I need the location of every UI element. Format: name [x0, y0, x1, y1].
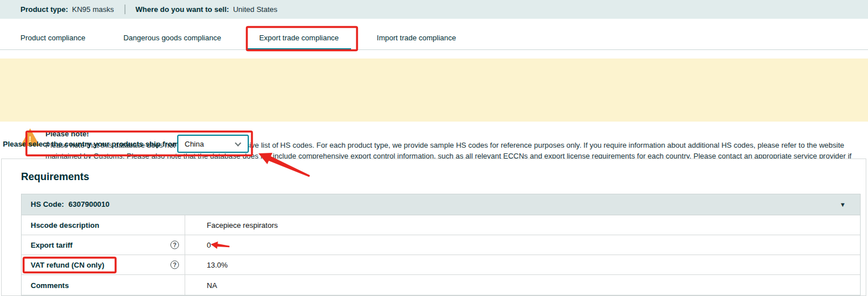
sell-destination-value: United States: [233, 5, 277, 14]
row-value: Facepiece respirators: [207, 221, 278, 230]
row-value: NA: [207, 281, 217, 289]
tab-export-trade-compliance[interactable]: Export trade compliance: [247, 27, 351, 49]
tab-product-compliance[interactable]: Product compliance: [8, 27, 98, 49]
compliance-tabs: Product compliance Dangerous goods compl…: [0, 27, 868, 50]
hs-code-header[interactable]: HS Code:6307900010 ▼: [22, 194, 860, 215]
hs-code-table: HS Code:6307900010 ▼ Hscode description …: [21, 194, 861, 295]
requirements-heading: Requirements: [21, 171, 89, 183]
row-label: Comments: [31, 281, 69, 289]
banner-title: Please note!: [45, 130, 89, 138]
product-type-label: Product type:: [20, 5, 68, 14]
hs-code-value: 6307900010: [69, 200, 110, 209]
sell-destination-label: Where do you want to sell:: [136, 5, 229, 14]
ship-from-country-select[interactable]: China: [177, 135, 249, 153]
ship-from-country-value: China: [185, 140, 204, 148]
requirements-panel: Requirements HS Code:6307900010 ▼ Hscode…: [1, 159, 866, 296]
context-bar: Product type: KN95 masks Where do you wa…: [0, 0, 868, 19]
chevron-down-icon: [235, 140, 241, 146]
warning-banner: ! Please note! Please note that this dat…: [0, 59, 868, 122]
product-type-value: KN95 masks: [72, 5, 114, 14]
row-value: 0: [207, 241, 211, 249]
row-label: VAT refund (CN only): [31, 261, 105, 269]
collapse-icon[interactable]: ▼: [840, 201, 846, 208]
table-row-comments: Comments NA: [22, 275, 860, 295]
row-label: Hscode description: [31, 221, 99, 230]
help-icon[interactable]: ?: [170, 241, 179, 249]
table-row-export-tariff: Export tariff ? 0: [22, 235, 860, 255]
row-label: Export tariff: [31, 241, 73, 249]
row-value: 13.0%: [207, 261, 228, 269]
tab-dangerous-goods-compliance[interactable]: Dangerous goods compliance: [111, 27, 233, 49]
hs-code-label: HS Code:6307900010: [31, 200, 110, 209]
tab-import-trade-compliance[interactable]: Import trade compliance: [364, 27, 468, 49]
divider: [124, 5, 126, 14]
warning-exclamation: !: [20, 134, 40, 144]
table-row-vat-refund: VAT refund (CN only) ? 13.0%: [22, 255, 860, 275]
table-row-hscode-description: Hscode description Facepiece respirators: [22, 215, 860, 235]
help-icon[interactable]: ?: [170, 261, 179, 269]
